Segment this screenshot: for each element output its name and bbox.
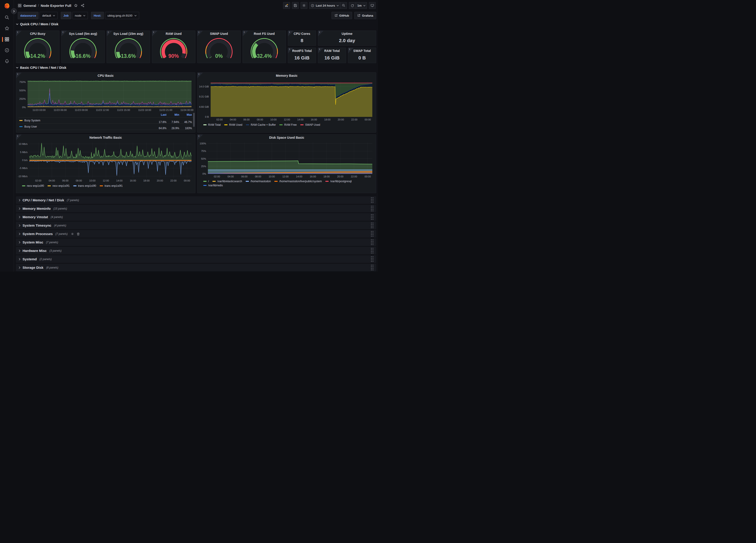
legend-column-last[interactable]: Last: [153, 113, 166, 116]
svg-text:11/23 15:00: 11/23 15:00: [117, 109, 130, 111]
search-icon[interactable]: [0, 15, 14, 20]
section-quick-cpu-mem-disk[interactable]: Quick CPU / Mem / Disk: [16, 22, 58, 26]
legend-label: /: [208, 180, 209, 183]
favorite-star-icon[interactable]: [74, 4, 78, 7]
collapsed-row-memory-vmstat[interactable]: Memory Vmstat(4 panels): [16, 213, 376, 221]
section-basic-cpu-mem-net-disk[interactable]: Basic CPU / Mem / Net / Disk: [16, 66, 66, 69]
collapsed-row-systemd[interactable]: Systemd(2 panels): [16, 255, 376, 263]
panel-title[interactable]: Sys Load (15m avg): [107, 32, 150, 36]
gauge-value: 90%: [152, 53, 195, 59]
row-drag-handle[interactable]: [371, 223, 373, 228]
time-range-picker[interactable]: Last 24 hours: [309, 2, 340, 9]
row-settings-gear-icon[interactable]: [71, 232, 74, 236]
panel-title[interactable]: Disk Space Used Basic: [197, 136, 376, 139]
legend-item[interactable]: recv enp1s0f0: [22, 184, 44, 187]
breadcrumb-section[interactable]: General: [23, 4, 36, 8]
alerting-bell-icon[interactable]: [0, 59, 14, 64]
add-panel-button[interactable]: [283, 2, 290, 9]
row-drag-handle[interactable]: [371, 206, 373, 211]
sidebar-expand-button[interactable]: [11, 8, 17, 14]
network-traffic-chart[interactable]: -10 Mb/s-5 Mb/s0 b/s5 Mb/s10 Mb/s02:0004…: [16, 141, 195, 193]
legend-item[interactable]: trans enp1s0f1: [100, 184, 123, 187]
template-variables: datasourcedefaultJobnodeHost:ublog.ipng.…: [18, 12, 139, 19]
cpu-legend-table: LastMinMaxBusy System17.6%7.94%46.7%Busy…: [18, 113, 193, 130]
legend-item[interactable]: SWAP Used: [300, 123, 320, 126]
row-delete-trash-icon[interactable]: [77, 232, 80, 236]
legend-table-row[interactable]: Busy User64.8%28.9%183%: [18, 123, 193, 130]
panel-title[interactable]: RAM Used: [152, 32, 195, 36]
star-nav-icon[interactable]: [0, 26, 14, 31]
panel-title[interactable]: Root FS Used: [243, 32, 286, 36]
chevron-right-icon: [19, 207, 20, 210]
legend-item[interactable]: /home/mastodon/live/public/system: [274, 180, 322, 183]
legend-item[interactable]: RAM Cache + Buffer: [246, 123, 276, 126]
row-drag-handle[interactable]: [371, 265, 373, 270]
panel-title[interactable]: Network Traffic Basic: [16, 136, 195, 139]
breadcrumb-page-title[interactable]: Node Exporter Full: [41, 4, 71, 8]
collapsed-row-hardware-misc[interactable]: Hardware Misc(3 panels): [16, 247, 376, 254]
legend-item[interactable]: /var/lib/postgresql: [325, 180, 352, 183]
legend-item[interactable]: /: [203, 180, 209, 183]
collapsed-row-system-processes[interactable]: System Processes(7 panels): [16, 230, 376, 238]
panel-title[interactable]: CPU Cores: [288, 32, 316, 36]
panel-title[interactable]: Uptime: [318, 32, 376, 36]
github-link-button[interactable]: GitHub: [332, 12, 352, 19]
legend-swatch: [100, 185, 103, 186]
refresh-interval-dropdown[interactable]: 1m: [356, 2, 367, 9]
panel-title[interactable]: RAM Total: [318, 49, 346, 53]
panel-title[interactable]: SWAP Used: [197, 32, 240, 36]
row-drag-handle[interactable]: [371, 248, 373, 254]
kiosk-tv-button[interactable]: [369, 2, 376, 9]
legend-item[interactable]: /home/mastodon: [246, 180, 271, 183]
variable-value-dropdown[interactable]: default: [40, 12, 58, 19]
collapsed-row-system-timesync[interactable]: System Timesync(4 panels): [16, 222, 376, 229]
legend-item[interactable]: /var/lib/elasticsearch: [212, 180, 242, 183]
collapsed-row-system-misc[interactable]: System Misc(7 panels): [16, 238, 376, 246]
legend-item[interactable]: /var/lib/redis: [203, 184, 223, 187]
save-dashboard-button[interactable]: [292, 2, 299, 9]
legend-item[interactable]: trans enp1s0f0: [73, 184, 96, 187]
explore-compass-icon[interactable]: [0, 48, 14, 53]
row-drag-handle[interactable]: [371, 197, 373, 203]
legend-item[interactable]: RAM Used: [224, 123, 242, 126]
refresh-interval-label: 1m: [357, 4, 362, 7]
grafana-link-button[interactable]: Grafana: [354, 12, 376, 19]
collapsed-row-memory-meminfo[interactable]: Memory Meminfo(15 panels): [16, 205, 376, 212]
variable-value-dropdown[interactable]: ublog.ipng.ch:9100: [105, 12, 139, 19]
variable-value-dropdown[interactable]: node: [72, 12, 88, 19]
legend-table-row[interactable]: Busy System17.6%7.94%46.7%: [18, 117, 193, 123]
svg-text:04:00: 04:00: [227, 175, 234, 178]
legend-column-max[interactable]: Max: [180, 113, 192, 116]
legend-series-name[interactable]: Busy User: [24, 125, 37, 128]
collapsed-row-cpu-memory-net-disk[interactable]: CPU / Memory / Net / Disk(7 panels): [16, 196, 376, 204]
row-drag-handle[interactable]: [371, 231, 373, 237]
legend-series-name[interactable]: Busy System: [24, 119, 40, 122]
dashboards-icon[interactable]: [0, 37, 14, 42]
row-drag-handle[interactable]: [371, 256, 373, 262]
zoom-out-time-button[interactable]: [340, 2, 347, 9]
refresh-button[interactable]: [349, 2, 356, 9]
legend-item[interactable]: recv enp1s0f1: [48, 184, 69, 187]
disk-space-chart[interactable]: 0%25%50%75%100%02:0004:0006:0008:0010:00…: [197, 141, 376, 193]
svg-text:12:00: 12:00: [282, 175, 289, 178]
cpu-basic-chart[interactable]: 0%250%500%750%11/23 03:0011/23 06:0011/2…: [16, 79, 195, 132]
legend-scrollbar[interactable]: [193, 113, 195, 127]
legend-item[interactable]: RAM Free: [279, 123, 297, 126]
row-drag-handle[interactable]: [371, 214, 373, 220]
legend-item[interactable]: RAM Total: [203, 123, 221, 126]
grafana-logo[interactable]: [0, 3, 14, 10]
panel-title[interactable]: Sys Load (5m avg): [61, 32, 105, 36]
panel-title[interactable]: Memory Basic: [197, 74, 376, 77]
panel-title[interactable]: CPU Busy: [16, 32, 59, 36]
memory-basic-chart[interactable]: 0 B4.66 GiB9.31 GiB14.0 GiB02:0004:0006:…: [197, 79, 376, 132]
panel-title[interactable]: CPU Basic: [16, 74, 195, 77]
legend-value: 46.7%: [180, 120, 192, 124]
share-icon[interactable]: [81, 4, 84, 7]
legend-column-min[interactable]: Min: [167, 113, 179, 116]
row-drag-handle[interactable]: [371, 239, 373, 245]
panel-title[interactable]: SWAP Total: [348, 49, 376, 53]
collapsed-row-storage-disk[interactable]: Storage Disk(8 panels): [16, 264, 376, 271]
dashboard-settings-button[interactable]: [301, 2, 307, 9]
chevron-down-icon: [16, 23, 18, 25]
panel-title[interactable]: RootFS Total: [288, 49, 316, 53]
